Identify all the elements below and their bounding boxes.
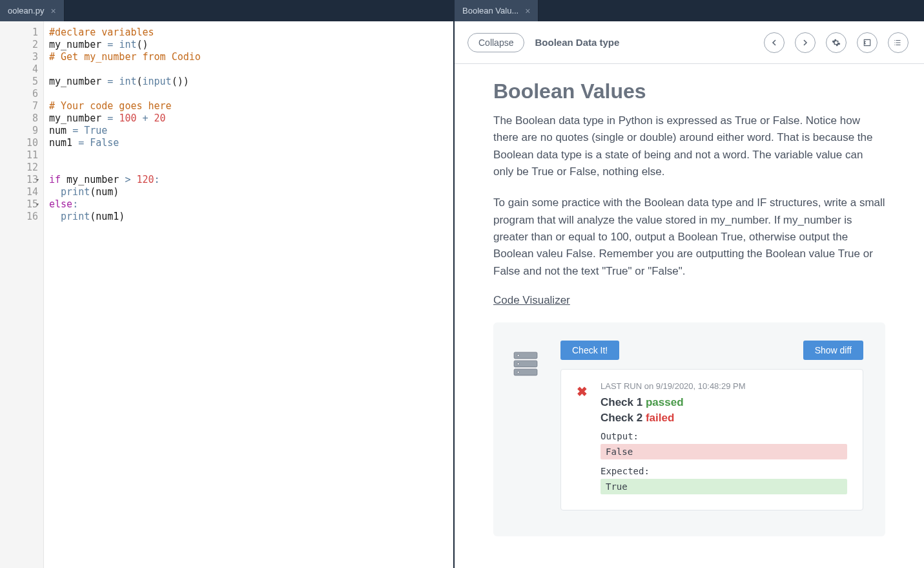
paragraph: The Boolean data type in Python is expre… xyxy=(493,112,885,180)
tab-label: Boolean Valu... xyxy=(462,6,518,16)
line-number: 4 xyxy=(0,63,38,76)
line-number: 2 xyxy=(0,39,38,51)
svg-point-7 xyxy=(517,363,519,364)
code-line[interactable]: my_number = 100 + 20 xyxy=(49,112,453,125)
page-title: Boolean Values xyxy=(493,79,885,103)
code-line[interactable]: print(num1) xyxy=(49,211,453,223)
code-line[interactable]: #declare variables xyxy=(49,26,453,39)
code-visualizer-link[interactable]: Code Visualizer xyxy=(493,294,570,307)
collapse-button[interactable]: Collapse xyxy=(467,33,524,52)
guide-tab[interactable]: Boolean Valu... × xyxy=(455,0,539,21)
expected-value: True xyxy=(601,479,847,494)
code-line[interactable]: print(num) xyxy=(49,186,453,198)
line-number: 7 xyxy=(0,100,38,112)
code-line[interactable] xyxy=(49,88,453,100)
code-line[interactable] xyxy=(49,162,453,174)
server-icon xyxy=(509,341,545,383)
svg-point-8 xyxy=(517,371,519,373)
paragraph: To gain some practice with the Boolean d… xyxy=(493,195,885,280)
check-card: Check It! Show diff ✖ LAST RUN on 9/19/2… xyxy=(493,322,885,536)
check-1-row: Check 1 passed xyxy=(601,396,847,409)
line-number: 10 xyxy=(0,137,38,149)
line-number: 16 xyxy=(0,211,38,223)
line-number: 11 xyxy=(0,149,38,162)
guide-tab-bar: Boolean Valu... × xyxy=(455,0,924,21)
code-line[interactable]: # Your code goes here xyxy=(49,100,453,112)
line-number: 3 xyxy=(0,51,38,63)
output-value: False xyxy=(601,444,847,459)
line-number: 15▾ xyxy=(0,198,38,211)
code-editor[interactable]: 12345678910111213▾1415▾16 #declare varia… xyxy=(0,21,453,568)
gear-icon[interactable] xyxy=(826,32,847,53)
result-box: ✖ LAST RUN on 9/19/2020, 10:48:29 PM Che… xyxy=(560,369,863,510)
svg-point-6 xyxy=(517,354,519,356)
output-label: Output: xyxy=(601,431,847,441)
line-gutter: 12345678910111213▾1415▾16 xyxy=(0,21,44,568)
editor-pane: oolean.py × 12345678910111213▾1415▾16 #d… xyxy=(0,0,455,568)
check-it-button[interactable]: Check It! xyxy=(560,341,619,360)
fold-icon[interactable]: ▾ xyxy=(36,198,39,211)
line-number: 9 xyxy=(0,125,38,137)
tab-label: oolean.py xyxy=(8,6,44,16)
fail-icon: ✖ xyxy=(577,381,588,399)
guide-content: Boolean Values The Boolean data type in … xyxy=(455,64,924,568)
code-line[interactable] xyxy=(49,149,453,162)
line-number: 5 xyxy=(0,76,38,88)
expand-icon[interactable] xyxy=(857,32,878,53)
code-line[interactable]: my_number = int() xyxy=(49,39,453,51)
line-number: 8 xyxy=(0,112,38,125)
line-number: 12 xyxy=(0,162,38,174)
last-run-text: LAST RUN on 9/19/2020, 10:48:29 PM xyxy=(601,381,847,391)
check-2-row: Check 2 failed xyxy=(601,412,847,425)
svg-point-0 xyxy=(894,39,895,40)
line-number: 1 xyxy=(0,26,38,39)
line-number: 14 xyxy=(0,186,38,198)
svg-point-2 xyxy=(894,44,895,45)
code-line[interactable]: num1 = False xyxy=(49,137,453,149)
guide-toolbar: Collapse Boolean Data type xyxy=(455,21,924,64)
list-icon[interactable] xyxy=(888,32,909,53)
next-icon[interactable] xyxy=(795,32,816,53)
guide-section-title: Boolean Data type xyxy=(535,37,619,48)
svg-point-1 xyxy=(894,42,895,43)
line-number: 6 xyxy=(0,88,38,100)
code-line[interactable]: num = True xyxy=(49,125,453,137)
prev-icon[interactable] xyxy=(764,32,785,53)
guide-pane: Boolean Valu... × Collapse Boolean Data … xyxy=(455,0,924,568)
editor-tab-boolean[interactable]: oolean.py × xyxy=(0,0,65,21)
code-line[interactable]: else: xyxy=(49,198,453,211)
code-body[interactable]: #declare variablesmy_number = int()# Get… xyxy=(44,21,453,568)
editor-tab-bar: oolean.py × xyxy=(0,0,453,21)
code-line[interactable]: if my_number > 120: xyxy=(49,174,453,186)
code-line[interactable] xyxy=(49,63,453,76)
code-line[interactable]: my_number = int(input()) xyxy=(49,76,453,88)
close-icon[interactable]: × xyxy=(50,6,56,16)
show-diff-button[interactable]: Show diff xyxy=(803,341,863,360)
line-number: 13▾ xyxy=(0,174,38,186)
close-icon[interactable]: × xyxy=(525,6,530,16)
fold-icon[interactable]: ▾ xyxy=(36,174,39,186)
code-line[interactable]: # Get my_number from Codio xyxy=(49,51,453,63)
expected-label: Expected: xyxy=(601,466,847,476)
